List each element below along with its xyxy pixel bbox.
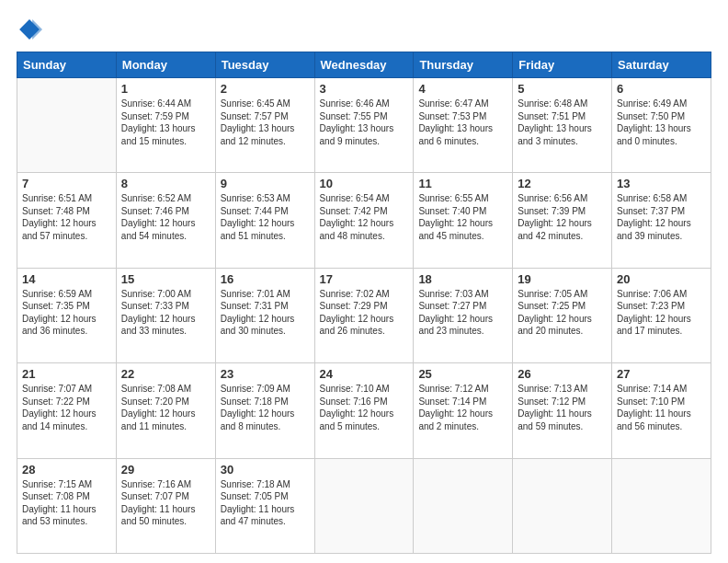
day-number: 19 [518, 272, 607, 286]
day-info: Sunrise: 7:03 AM Sunset: 7:27 PM Dayligh… [418, 288, 507, 338]
calendar-week-row: 21Sunrise: 7:07 AM Sunset: 7:22 PM Dayli… [17, 363, 711, 458]
day-info: Sunrise: 7:02 AM Sunset: 7:29 PM Dayligh… [320, 288, 409, 338]
day-info: Sunrise: 7:14 AM Sunset: 7:10 PM Dayligh… [617, 383, 706, 432]
calendar-header-row: SundayMondayTuesdayWednesdayThursdayFrid… [17, 52, 711, 78]
calendar-cell: 28Sunrise: 7:15 AM Sunset: 7:08 PM Dayli… [17, 458, 117, 553]
calendar-day-header: Thursday [414, 52, 513, 78]
calendar-cell: 1Sunrise: 6:44 AM Sunset: 7:59 PM Daylig… [116, 78, 215, 173]
calendar-table: SundayMondayTuesdayWednesdayThursdayFrid… [17, 52, 711, 554]
calendar-cell: 27Sunrise: 7:14 AM Sunset: 7:10 PM Dayli… [612, 363, 711, 458]
day-number: 25 [418, 367, 507, 381]
day-number: 28 [22, 463, 111, 477]
day-info: Sunrise: 6:44 AM Sunset: 7:59 PM Dayligh… [121, 98, 210, 147]
calendar-cell: 8Sunrise: 6:52 AM Sunset: 7:46 PM Daylig… [116, 173, 215, 268]
day-number: 21 [22, 367, 111, 381]
calendar-cell: 18Sunrise: 7:03 AM Sunset: 7:27 PM Dayli… [414, 268, 513, 362]
day-number: 9 [221, 177, 310, 190]
day-info: Sunrise: 7:08 AM Sunset: 7:20 PM Dayligh… [121, 383, 210, 432]
day-info: Sunrise: 6:49 AM Sunset: 7:50 PM Dayligh… [617, 98, 706, 147]
day-number: 15 [121, 272, 210, 286]
day-number: 24 [320, 367, 409, 381]
calendar-cell: 2Sunrise: 6:45 AM Sunset: 7:57 PM Daylig… [215, 78, 314, 173]
calendar-cell: 21Sunrise: 7:07 AM Sunset: 7:22 PM Dayli… [17, 363, 117, 458]
day-info: Sunrise: 6:48 AM Sunset: 7:51 PM Dayligh… [518, 98, 607, 147]
day-number: 7 [22, 177, 111, 190]
calendar-cell: 17Sunrise: 7:02 AM Sunset: 7:29 PM Dayli… [314, 268, 414, 362]
calendar-cell: 12Sunrise: 6:56 AM Sunset: 7:39 PM Dayli… [513, 173, 612, 268]
calendar-cell [612, 458, 711, 553]
calendar-cell [314, 458, 414, 553]
calendar-cell: 11Sunrise: 6:55 AM Sunset: 7:40 PM Dayli… [414, 173, 513, 268]
calendar-cell: 19Sunrise: 7:05 AM Sunset: 7:25 PM Dayli… [513, 268, 612, 362]
day-number: 18 [418, 272, 507, 286]
day-number: 30 [221, 463, 310, 477]
calendar-cell: 26Sunrise: 7:13 AM Sunset: 7:12 PM Dayli… [513, 363, 612, 458]
calendar-day-header: Wednesday [314, 52, 414, 78]
day-info: Sunrise: 7:15 AM Sunset: 7:08 PM Dayligh… [22, 478, 111, 528]
calendar-cell: 5Sunrise: 6:48 AM Sunset: 7:51 PM Daylig… [513, 78, 612, 173]
day-number: 5 [518, 82, 607, 96]
calendar-cell: 14Sunrise: 6:59 AM Sunset: 7:35 PM Dayli… [17, 268, 117, 362]
day-info: Sunrise: 7:18 AM Sunset: 7:05 PM Dayligh… [221, 478, 310, 528]
day-info: Sunrise: 7:05 AM Sunset: 7:25 PM Dayligh… [518, 288, 607, 338]
calendar-cell: 25Sunrise: 7:12 AM Sunset: 7:14 PM Dayli… [414, 363, 513, 458]
calendar-cell: 22Sunrise: 7:08 AM Sunset: 7:20 PM Dayli… [116, 363, 215, 458]
day-info: Sunrise: 6:52 AM Sunset: 7:46 PM Dayligh… [121, 192, 210, 242]
day-info: Sunrise: 7:10 AM Sunset: 7:16 PM Dayligh… [320, 383, 409, 432]
day-number: 26 [518, 367, 607, 381]
calendar-cell: 30Sunrise: 7:18 AM Sunset: 7:05 PM Dayli… [215, 458, 314, 553]
calendar-cell [513, 458, 612, 553]
day-info: Sunrise: 6:55 AM Sunset: 7:40 PM Dayligh… [418, 192, 507, 242]
day-info: Sunrise: 7:12 AM Sunset: 7:14 PM Dayligh… [418, 383, 507, 432]
day-number: 10 [320, 177, 409, 190]
day-info: Sunrise: 7:09 AM Sunset: 7:18 PM Dayligh… [221, 383, 310, 432]
calendar-cell: 7Sunrise: 6:51 AM Sunset: 7:48 PM Daylig… [17, 173, 117, 268]
calendar-cell: 3Sunrise: 6:46 AM Sunset: 7:55 PM Daylig… [314, 78, 414, 173]
day-info: Sunrise: 7:00 AM Sunset: 7:33 PM Dayligh… [121, 288, 210, 338]
calendar-day-header: Friday [513, 52, 612, 78]
header [17, 17, 711, 42]
day-info: Sunrise: 6:59 AM Sunset: 7:35 PM Dayligh… [22, 288, 111, 338]
calendar-day-header: Saturday [612, 52, 711, 78]
day-number: 22 [121, 367, 210, 381]
day-info: Sunrise: 6:47 AM Sunset: 7:53 PM Dayligh… [418, 98, 507, 147]
day-number: 8 [121, 177, 210, 190]
day-info: Sunrise: 6:58 AM Sunset: 7:37 PM Dayligh… [617, 192, 706, 242]
day-number: 3 [320, 82, 409, 96]
calendar-cell: 29Sunrise: 7:16 AM Sunset: 7:07 PM Dayli… [116, 458, 215, 553]
calendar-cell: 20Sunrise: 7:06 AM Sunset: 7:23 PM Dayli… [612, 268, 711, 362]
calendar-week-row: 28Sunrise: 7:15 AM Sunset: 7:08 PM Dayli… [17, 458, 711, 553]
day-number: 12 [518, 177, 607, 190]
day-info: Sunrise: 6:46 AM Sunset: 7:55 PM Dayligh… [320, 98, 409, 147]
day-number: 17 [320, 272, 409, 286]
calendar-cell: 24Sunrise: 7:10 AM Sunset: 7:16 PM Dayli… [314, 363, 414, 458]
day-number: 16 [221, 272, 310, 286]
day-number: 2 [221, 82, 310, 96]
page: SundayMondayTuesdayWednesdayThursdayFrid… [0, 0, 728, 563]
day-number: 6 [617, 82, 706, 96]
calendar-cell: 9Sunrise: 6:53 AM Sunset: 7:44 PM Daylig… [215, 173, 314, 268]
calendar-cell: 10Sunrise: 6:54 AM Sunset: 7:42 PM Dayli… [314, 173, 414, 268]
calendar-cell: 4Sunrise: 6:47 AM Sunset: 7:53 PM Daylig… [414, 78, 513, 173]
day-info: Sunrise: 7:07 AM Sunset: 7:22 PM Dayligh… [22, 383, 111, 432]
day-number: 23 [221, 367, 310, 381]
logo-icon [17, 17, 42, 42]
day-info: Sunrise: 7:13 AM Sunset: 7:12 PM Dayligh… [518, 383, 607, 432]
calendar-cell: 23Sunrise: 7:09 AM Sunset: 7:18 PM Dayli… [215, 363, 314, 458]
day-number: 13 [617, 177, 706, 190]
day-number: 29 [121, 463, 210, 477]
day-number: 4 [418, 82, 507, 96]
calendar-week-row: 7Sunrise: 6:51 AM Sunset: 7:48 PM Daylig… [17, 173, 711, 268]
day-info: Sunrise: 6:51 AM Sunset: 7:48 PM Dayligh… [22, 192, 111, 242]
day-number: 27 [617, 367, 706, 381]
day-info: Sunrise: 6:54 AM Sunset: 7:42 PM Dayligh… [320, 192, 409, 242]
svg-marker-1 [32, 19, 42, 40]
day-number: 11 [418, 177, 507, 190]
day-info: Sunrise: 7:06 AM Sunset: 7:23 PM Dayligh… [617, 288, 706, 338]
day-number: 1 [121, 82, 210, 96]
calendar-day-header: Tuesday [215, 52, 314, 78]
calendar-day-header: Monday [116, 52, 215, 78]
calendar-week-row: 1Sunrise: 6:44 AM Sunset: 7:59 PM Daylig… [17, 78, 711, 173]
day-info: Sunrise: 6:45 AM Sunset: 7:57 PM Dayligh… [221, 98, 310, 147]
calendar-cell: 16Sunrise: 7:01 AM Sunset: 7:31 PM Dayli… [215, 268, 314, 362]
